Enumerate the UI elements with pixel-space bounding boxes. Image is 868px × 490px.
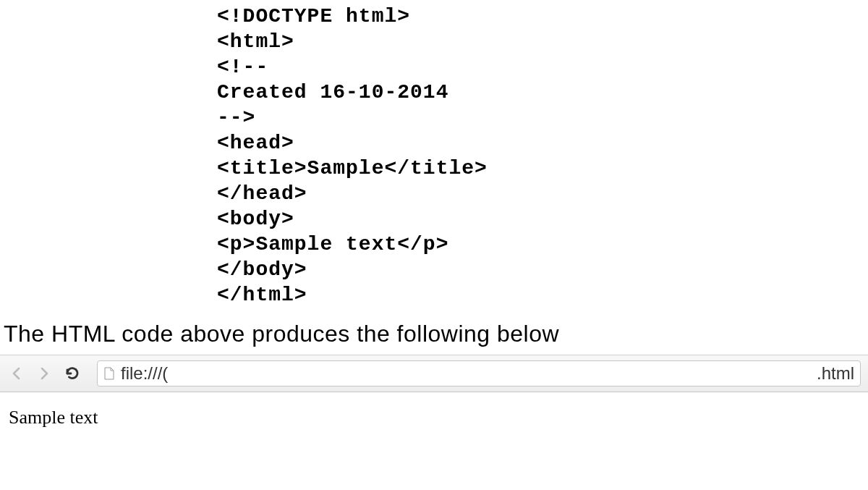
code-line: <html>: [217, 30, 294, 53]
file-icon: [103, 366, 115, 381]
code-line: </body>: [217, 258, 307, 281]
forward-button[interactable]: [35, 364, 54, 383]
arrow-right-icon: [37, 366, 51, 381]
code-line: </head>: [217, 182, 307, 205]
code-line: <p>Sample text</p>: [217, 233, 448, 255]
code-line: <title>Sample</title>: [217, 157, 488, 179]
reload-button[interactable]: [62, 363, 82, 384]
browser-page-content: Sample text: [0, 392, 868, 443]
code-line: </html>: [217, 284, 307, 306]
code-line: -->: [217, 106, 255, 129]
code-line: <!--: [217, 56, 268, 78]
code-line: <head>: [217, 132, 294, 154]
browser-toolbar: file:///( .html: [0, 355, 868, 392]
back-button[interactable]: [7, 364, 26, 383]
url-extension: .html: [817, 363, 854, 384]
page-text: Sample text: [9, 407, 98, 428]
code-line: <body>: [217, 208, 294, 230]
caption-text: The HTML code above produces the followi…: [0, 308, 868, 355]
code-block: <!DOCTYPE html> <html> <!-- Created 16-1…: [0, 0, 868, 308]
code-line: Created 16-10-2014: [217, 81, 448, 104]
url-text: file:///(: [121, 363, 854, 384]
reload-icon: [64, 366, 80, 381]
code-line: <!DOCTYPE html>: [217, 5, 410, 28]
url-bar[interactable]: file:///( .html: [97, 360, 861, 386]
arrow-left-icon: [9, 366, 24, 381]
